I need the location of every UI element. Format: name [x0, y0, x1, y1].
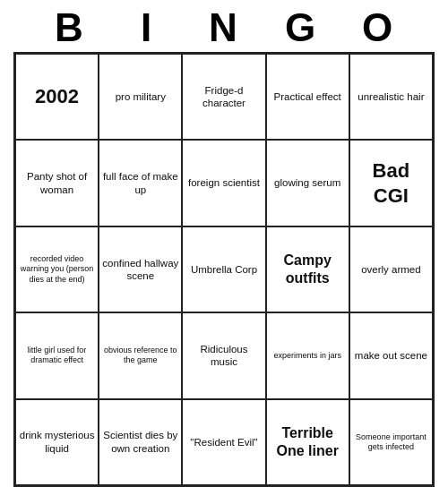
bingo-cell-14: overly armed [349, 226, 433, 312]
bingo-cell-15: little girl used for dramatic effect [15, 312, 99, 398]
bingo-cell-11: confined hallway scene [99, 226, 182, 312]
bingo-cell-4: unrealistic hair [349, 54, 433, 140]
bingo-cell-23: Terrible One liner [266, 399, 349, 485]
bingo-grid: 2002pro militaryFridge-d characterPracti… [13, 52, 435, 487]
bingo-cell-2: Fridge-d character [182, 54, 265, 140]
letter-n: N [185, 5, 263, 50]
bingo-cell-22: "Resident Evil" [182, 399, 265, 485]
bingo-cell-6: full face of make up [99, 140, 182, 226]
bingo-cell-0: 2002 [15, 54, 99, 140]
bingo-cell-3: Practical effect [266, 54, 349, 140]
letter-i: I [108, 5, 185, 50]
bingo-cell-18: experiments in jars [266, 312, 349, 398]
letter-o: O [340, 5, 417, 50]
bingo-cell-19: make out scene [349, 312, 433, 398]
bingo-cell-7: foreign scientist [182, 140, 265, 226]
bingo-cell-10: recorded video warning you (person dies … [15, 226, 99, 312]
bingo-cell-21: Scientist dies by own creation [99, 399, 182, 485]
letter-b: B [31, 5, 108, 50]
bingo-cell-20: drink mysterious liquid [15, 399, 99, 485]
bingo-cell-16: obvious reference to the game [99, 312, 182, 398]
bingo-cell-1: pro military [99, 54, 182, 140]
letter-g: G [263, 5, 340, 50]
bingo-cell-12: Umbrella Corp [182, 226, 265, 312]
bingo-cell-9: Bad CGI [349, 140, 433, 226]
bingo-title: B I N G O [13, 0, 435, 52]
bingo-cell-17: Ridiculous music [182, 312, 265, 398]
bingo-cell-24: Someone important gets infected [349, 399, 433, 485]
bingo-cell-13: Campy outfits [266, 226, 349, 312]
bingo-cell-8: glowing serum [266, 140, 349, 226]
bingo-cell-5: Panty shot of woman [15, 140, 99, 226]
